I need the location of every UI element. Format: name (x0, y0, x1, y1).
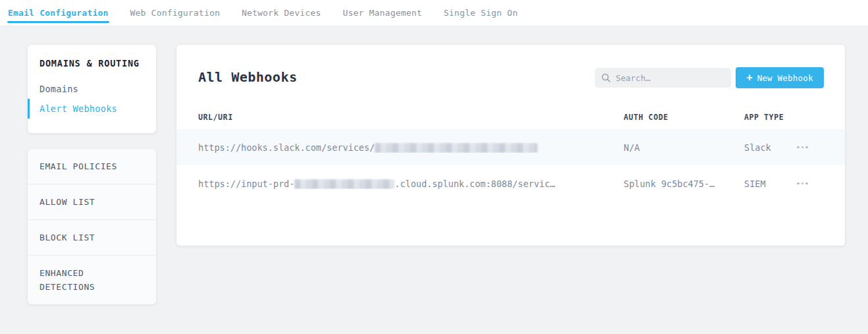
row-actions-ellipsis-icon[interactable] (794, 142, 811, 153)
tab-web-configuration[interactable]: Web Configuration (130, 0, 221, 26)
search-input[interactable] (616, 73, 724, 83)
sidebar-item-block-list[interactable]: BLOCK LIST (28, 219, 156, 255)
page-title: All Webhooks (198, 69, 298, 86)
sidebar-item-domains[interactable]: Domains (28, 79, 156, 99)
domains-routing-card: DOMAINS & ROUTING Domains Alert Webhooks (28, 45, 156, 133)
row-actions-ellipsis-icon[interactable] (794, 179, 811, 189)
sidebar-item-alert-webhooks[interactable]: Alert Webhooks (28, 99, 156, 119)
redacted-url-segment (375, 143, 537, 153)
domains-routing-title: DOMAINS & ROUTING (28, 58, 156, 69)
webhook-app-type: Slack (744, 142, 789, 153)
all-webhooks-panel: All Webhooks + New Webhook URL/URI AUTH … (176, 45, 845, 246)
webhook-auth-code: Splunk 9c5bc475-… (624, 179, 744, 189)
webhook-url: https://hooks.slack.com/services/ (198, 142, 624, 153)
search-icon (601, 73, 610, 82)
tab-network-devices[interactable]: Network Devices (241, 0, 321, 26)
table-header-row: URL/URI AUTH CODE APP TYPE (176, 111, 845, 124)
new-webhook-button[interactable]: + New Webhook (736, 67, 824, 88)
top-tab-bar: Email Configuration Web Configuration Ne… (0, 0, 868, 26)
sidebar-sections-card: EMAIL POLICIES ALLOW LIST BLOCK LIST ENH… (28, 149, 156, 304)
sidebar-item-allow-list[interactable]: ALLOW LIST (28, 184, 156, 219)
tab-single-sign-on[interactable]: Single Sign On (443, 0, 518, 26)
sidebar-item-email-policies[interactable]: EMAIL POLICIES (28, 149, 156, 184)
plus-icon: + (746, 73, 752, 83)
column-header-app-type: APP TYPE (744, 113, 789, 122)
webhook-url: https://input-prd-.cloud.splunk.com:8088… (198, 179, 624, 189)
tab-email-configuration[interactable]: Email Configuration (7, 0, 109, 26)
webhook-app-type: SIEM (744, 179, 789, 189)
search-box[interactable] (595, 68, 731, 88)
webhook-auth-code: N/A (624, 142, 744, 153)
sidebar-item-enhanced-detections[interactable]: ENHANCED DETECTIONS (28, 255, 156, 304)
tab-user-management[interactable]: User Management (342, 0, 422, 26)
new-webhook-button-label: New Webhook (757, 73, 813, 83)
redacted-url-segment (294, 179, 394, 189)
table-row[interactable]: https://hooks.slack.com/services/ N/A Sl… (176, 129, 845, 165)
column-header-url-uri: URL/URI (198, 113, 624, 122)
table-row[interactable]: https://input-prd-.cloud.splunk.com:8088… (176, 165, 845, 202)
column-header-auth-code: AUTH CODE (624, 113, 744, 122)
